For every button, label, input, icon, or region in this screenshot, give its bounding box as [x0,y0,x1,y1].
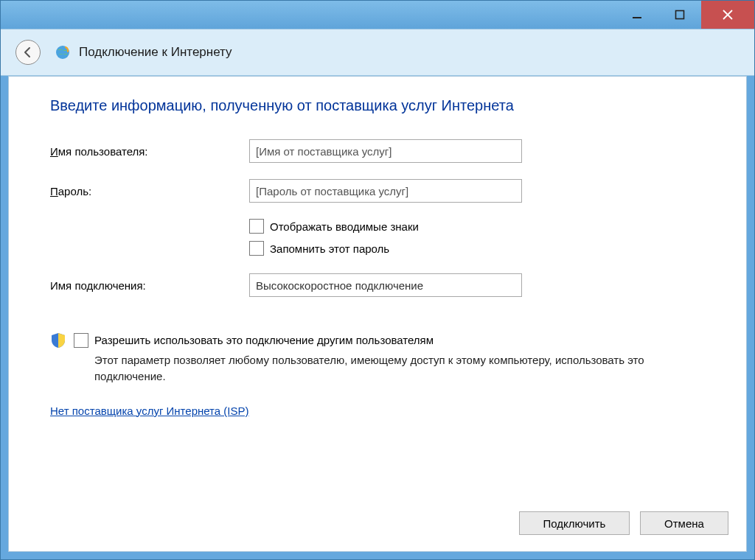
titlebar [1,1,754,29]
password-input[interactable] [249,179,522,203]
allow-others-label: Разрешить использовать это подключение д… [94,332,434,349]
page-heading: Введите информацию, полученную от постав… [50,97,717,114]
header-bar: Подключение к Интернету [1,29,754,76]
remember-password-checkbox[interactable] [249,241,264,256]
connect-button[interactable]: Подключить [519,511,630,535]
minimize-button[interactable] [616,1,658,29]
remember-password-label: Запомнить этот пароль [270,242,389,255]
header-title: Подключение к Интернету [79,45,232,60]
globe-icon [54,43,72,61]
content-panel: Введите информацию, полученную от постав… [8,76,747,552]
back-icon [21,46,35,59]
maximize-icon [675,10,685,20]
button-row: Подключить Отмена [519,511,728,535]
connection-name-input[interactable] [249,273,522,297]
connection-name-label: Имя подключения: [50,279,249,292]
show-characters-checkbox[interactable] [249,219,264,234]
username-input[interactable] [249,139,522,163]
svg-rect-0 [633,17,641,18]
minimize-icon [632,10,642,20]
allow-others-checkbox[interactable] [74,333,88,348]
cancel-button[interactable]: Отмена [640,511,728,535]
close-button[interactable] [701,1,754,29]
remember-password-row: Запомнить этот пароль [249,241,717,256]
back-button[interactable] [15,40,41,65]
close-icon [722,9,734,21]
svg-rect-1 [676,11,684,19]
wizard-window: Подключение к Интернету Введите информац… [0,0,755,560]
maximize-button[interactable] [658,1,701,29]
allow-others-description: Этот параметр позволяет любому пользоват… [94,352,717,385]
show-characters-label: Отображать вводимые знаки [270,220,419,233]
username-label: Имя пользователя: [50,145,249,158]
no-isp-link[interactable]: Нет поставщика услуг Интернета (ISP) [50,405,249,417]
shield-icon [50,332,66,349]
show-characters-row: Отображать вводимые знаки [249,219,717,234]
password-label: Пароль: [50,185,249,197]
